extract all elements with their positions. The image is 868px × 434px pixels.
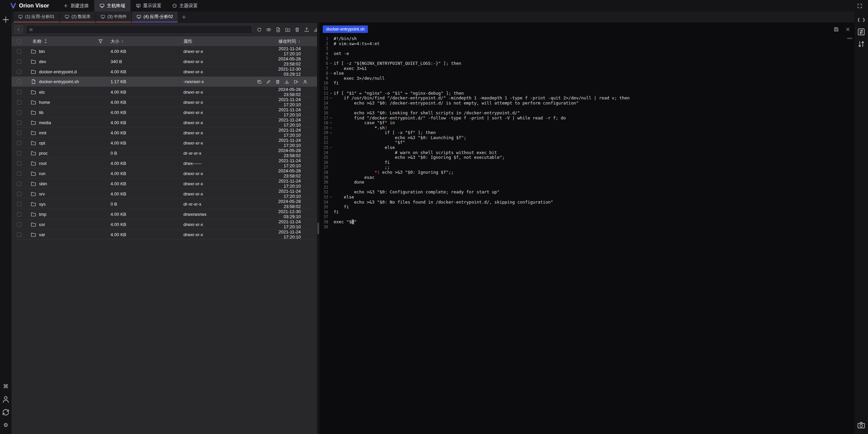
fullscreen-button[interactable] [855, 2, 864, 10]
user-icon [2, 395, 10, 403]
screenshot-button[interactable] [857, 421, 865, 429]
code-editor[interactable]: 1#!/bin/sh2# vim:sw=4:ts=4:et34set -e56i… [319, 36, 854, 434]
sort-modified[interactable]: 修改时间 [278, 38, 301, 44]
table-row[interactable]: docker-entrypoint.sh1.17 KB-rwxrwxr-x [12, 77, 317, 87]
row-checkbox[interactable] [17, 141, 21, 145]
table-row[interactable]: root4.00 KBdrwx------2021-11-24 17:20:10 [12, 158, 317, 168]
swap-button[interactable] [857, 40, 865, 48]
fold-icon[interactable] [329, 121, 333, 125]
editor-file-tab[interactable]: docker-entrypoint.sh [323, 25, 368, 33]
fold-icon[interactable] [329, 146, 333, 149]
tab-label: (2) 数据库 [72, 14, 91, 20]
table-row[interactable]: home4.00 KBdrwxr-xr-x2021-11-24 17:20:10 [12, 97, 317, 107]
table-row[interactable]: tmp4.00 KBdrwxrwxrwx2021-12-30 03:29:10 [12, 209, 317, 219]
menu-item-2[interactable]: 显示设置 [131, 0, 167, 12]
session-tab-1[interactable]: (1) 应用-分析01 [14, 12, 59, 22]
filter-button[interactable] [98, 39, 103, 44]
row-checkbox[interactable] [17, 70, 21, 74]
command-button[interactable]: ⌘ [2, 382, 10, 391]
row-checkbox[interactable] [17, 182, 21, 186]
table-row[interactable]: proc0 Bdr-xr-xr-x2024-05-28 23:58:02 [12, 148, 317, 158]
eye-button[interactable] [264, 25, 273, 34]
table-row[interactable]: usr4.00 KBdrwxr-xr-x2021-11-24 17:20:10 [12, 219, 317, 229]
file-plus-button[interactable] [274, 25, 282, 34]
save-button[interactable] [833, 26, 840, 33]
sync-button[interactable] [2, 408, 10, 416]
table-row[interactable]: mnt4.00 KBdrwxr-xr-x2021-11-24 17:20:10 [12, 128, 317, 138]
path-input[interactable] [35, 27, 249, 32]
table-row[interactable]: media4.00 KBdrwxr-xr-x2021-11-24 17:20:1… [12, 117, 317, 128]
row-checkbox[interactable] [17, 131, 21, 135]
row-move-button[interactable] [294, 79, 298, 84]
snippets-button[interactable]: { } [857, 16, 865, 24]
table-row[interactable]: srv4.00 KBdrwxr-xr-x2021-11-24 17:20:10 [12, 189, 317, 199]
upload-button[interactable] [302, 25, 311, 34]
row-checkbox[interactable] [17, 151, 21, 155]
panel-splitter[interactable] [317, 23, 319, 434]
table-row[interactable]: bin4.00 KBdrwxr-xr-x2021-11-24 17:20:10 [12, 46, 317, 56]
fold-icon[interactable] [329, 96, 333, 100]
table-row[interactable]: dev340 Bdrwxr-xr-x2024-05-28 23:58:02 [12, 56, 317, 67]
menu-item-1[interactable]: 主机终端 [94, 0, 131, 12]
row-checkbox[interactable] [17, 120, 21, 125]
fold-icon[interactable] [329, 92, 333, 95]
user-button[interactable] [2, 395, 10, 403]
table-row[interactable]: var4.00 KBdrwxr-xr-x2021-11-24 17:20:10 [12, 229, 317, 240]
close-editor-button[interactable] [844, 26, 851, 33]
table-row[interactable]: docker-entrypoint.d4.00 KBdrwxr-xr-x2021… [12, 67, 317, 77]
session-tab-2[interactable]: (2) 数据库 [60, 12, 95, 22]
folder-plus-button[interactable] [283, 25, 292, 34]
row-download-button[interactable] [284, 79, 289, 84]
fold-icon[interactable] [329, 116, 333, 120]
session-tab-4[interactable]: (4) 应用-分析02 [132, 12, 178, 22]
row-checkbox[interactable] [17, 100, 21, 105]
folder-icon [31, 171, 36, 176]
row-checkbox[interactable] [17, 49, 21, 54]
code-line: 35 fi [319, 205, 854, 210]
sort-name[interactable]: 名称 [33, 38, 48, 44]
trash-button[interactable] [293, 25, 301, 34]
row-checkbox[interactable] [17, 79, 21, 84]
fold-icon[interactable] [329, 131, 333, 135]
row-checkbox[interactable] [17, 59, 21, 64]
fold-icon[interactable] [329, 126, 333, 130]
fold-icon[interactable] [329, 195, 333, 199]
table-row[interactable]: etc4.00 KBdrwxr-xr-x2024-05-28 23:58:02 [12, 87, 317, 97]
table-row[interactable]: run4.00 KBdrwxr-xr-x2024-05-28 23:58:02 [12, 168, 317, 178]
new-connection-button[interactable] [2, 16, 10, 24]
row-checkbox[interactable] [17, 192, 21, 196]
session-tab-3[interactable]: (3) 中间件 [96, 12, 131, 22]
table-row[interactable]: sys0 Bdr-xr-xr-x2024-05-28 23:58:02 [12, 199, 317, 209]
sort-size[interactable]: 大小 [111, 38, 124, 44]
row-checkbox[interactable] [17, 212, 21, 216]
row-checkbox[interactable] [17, 110, 21, 115]
row-trash-button[interactable] [275, 79, 280, 84]
add-tab-button[interactable] [178, 12, 189, 22]
back-button[interactable] [14, 25, 23, 34]
row-checkbox[interactable] [17, 202, 21, 206]
row-copy-button[interactable] [257, 79, 262, 84]
row-checkbox[interactable] [17, 222, 21, 227]
row-edit-button[interactable] [266, 79, 271, 84]
refresh-button[interactable] [255, 25, 263, 34]
menu-item-3[interactable]: 主题设置 [167, 0, 203, 12]
table-row[interactable]: opt4.00 KBdrwxr-xr-x2021-11-24 17:20:10 [12, 138, 317, 148]
menu-item-0[interactable]: 新建连接 [58, 0, 94, 12]
row-user-button[interactable] [303, 79, 308, 84]
fold-icon[interactable] [329, 62, 333, 65]
transfer-button[interactable] [857, 28, 865, 36]
row-checkbox[interactable] [17, 90, 21, 94]
table-row[interactable]: sbin4.00 KBdrwxr-xr-x2021-11-24 17:20:10 [12, 178, 317, 189]
file-modified: 2021-11-24 17:20:10 [272, 117, 317, 128]
row-checkbox[interactable] [17, 232, 21, 237]
fold-icon[interactable] [329, 72, 333, 75]
trash-icon [295, 27, 300, 32]
file-name: usr [39, 222, 45, 227]
file-name: mnt [39, 130, 46, 135]
row-checkbox[interactable] [17, 171, 21, 176]
gear-button[interactable]: ⚙ [2, 421, 10, 429]
table-row[interactable]: lib4.00 KBdrwxr-xr-x2021-11-24 17:20:10 [12, 107, 317, 117]
row-checkbox[interactable] [17, 161, 21, 166]
editor-scrollbar[interactable] [847, 38, 852, 39]
select-all-checkbox[interactable] [17, 39, 21, 43]
